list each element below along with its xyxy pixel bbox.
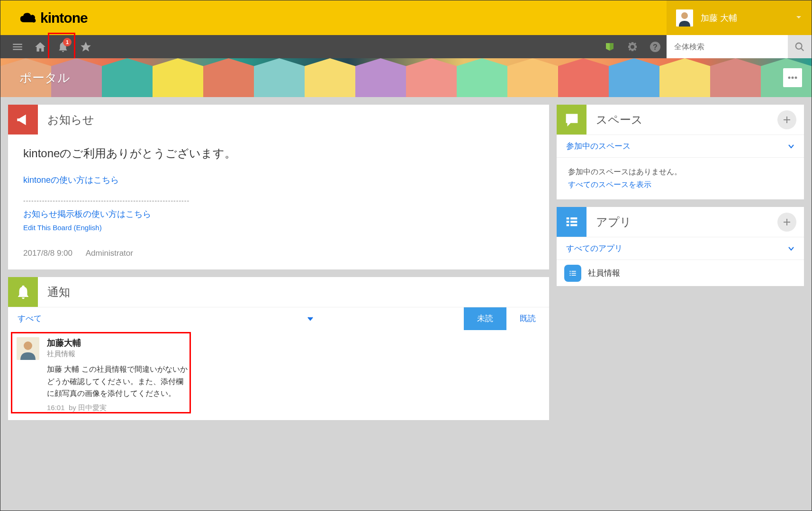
svg-rect-22: [572, 275, 576, 276]
user-avatar: [676, 9, 693, 27]
page-title: ポータル: [19, 70, 70, 86]
announce-author: Administrator: [86, 249, 133, 258]
header: kintone 加藤 大輔: [0, 0, 812, 35]
add-app-button[interactable]: [777, 213, 796, 232]
svg-rect-13: [566, 221, 569, 223]
help-icon[interactable]: ?: [644, 35, 667, 58]
search-box: [667, 35, 812, 58]
svg-rect-16: [570, 224, 577, 226]
notifications-title: 通知: [47, 285, 549, 300]
logo[interactable]: kintone: [19, 10, 88, 26]
svg-line-5: [801, 48, 804, 51]
chevron-down-icon: [788, 245, 794, 252]
svg-rect-12: [570, 217, 577, 219]
highlight-box-notification: [11, 332, 191, 413]
chevron-down-icon: [788, 143, 794, 150]
svg-rect-20: [572, 273, 576, 274]
app-item-icon: [564, 265, 581, 282]
svg-point-8: [795, 77, 797, 79]
notifications-widget: 通知 すべて 未読 既読 加藤大輔 社員情報 加藤 大輔 この社員情報で間違いが…: [8, 277, 549, 420]
svg-text:?: ?: [653, 43, 658, 51]
svg-rect-11: [566, 217, 569, 219]
list-icon: [557, 207, 586, 237]
content: お知らせ kintoneのご利用ありがとうございます。 kintoneの使い方は…: [0, 97, 812, 428]
megaphone-icon: [8, 105, 38, 134]
menu-icon[interactable]: [6, 35, 29, 58]
svg-point-4: [796, 43, 802, 49]
guide-icon[interactable]: [598, 35, 621, 58]
chevron-down-icon: [307, 315, 314, 322]
announce-link-english[interactable]: Edit This Board (English): [23, 224, 534, 232]
announce-headline: kintoneのご利用ありがとうございます。: [23, 146, 534, 161]
announcements-title: お知らせ: [47, 112, 549, 127]
apps-widget: アプリ すべてのアプリ 社員情報: [557, 207, 804, 286]
svg-rect-15: [566, 224, 569, 226]
bell-icon: [8, 277, 38, 307]
svg-point-7: [792, 77, 794, 79]
apps-title: アプリ: [596, 215, 777, 230]
space-filter-label: 参加中のスペース: [566, 141, 788, 152]
gear-icon[interactable]: [621, 35, 644, 58]
svg-rect-18: [572, 271, 576, 272]
more-icon: [788, 76, 797, 79]
chevron-down-icon: [795, 14, 802, 22]
svg-point-6: [788, 77, 791, 79]
search-icon: [794, 42, 805, 52]
svg-rect-14: [570, 221, 577, 223]
announcements-widget: お知らせ kintoneのご利用ありがとうございます。 kintoneの使い方は…: [8, 105, 549, 269]
notifications-filter[interactable]: すべて: [8, 313, 464, 324]
apps-filter[interactable]: すべてのアプリ: [557, 237, 804, 260]
user-name: 加藤 大輔: [701, 12, 788, 24]
chat-icon: [557, 105, 586, 134]
svg-rect-17: [569, 271, 571, 272]
app-item[interactable]: 社員情報: [557, 260, 804, 286]
space-filter[interactable]: 参加中のスペース: [557, 134, 804, 157]
announce-meta: 2017/8/8 9:00 Administrator: [23, 249, 534, 258]
search-input[interactable]: [667, 35, 788, 58]
svg-rect-21: [569, 275, 571, 276]
announce-date: 2017/8/8 9:00: [23, 249, 72, 258]
logo-cloud-icon: [19, 11, 36, 25]
divider: ----------------------------------------…: [23, 197, 534, 205]
add-space-button[interactable]: [777, 110, 796, 129]
tab-read[interactable]: 既読: [506, 307, 549, 330]
star-icon[interactable]: [74, 35, 97, 58]
search-button[interactable]: [788, 35, 812, 58]
plus-icon: [783, 218, 791, 226]
announce-link-usage[interactable]: kintoneの使い方はこちら: [23, 174, 534, 186]
apps-filter-label: すべてのアプリ: [566, 243, 788, 254]
space-empty-text: 参加中のスペースはありません。: [568, 167, 793, 177]
portal-banner: ポータル: [0, 58, 812, 97]
plus-icon: [783, 116, 791, 124]
more-button[interactable]: [783, 68, 802, 87]
tab-unread[interactable]: 未読: [464, 307, 506, 330]
announce-link-board[interactable]: お知らせ掲示板の使い方はこちら: [23, 208, 534, 220]
space-widget: スペース 参加中のスペース 参加中のスペースはありません。 すべてのスペースを表…: [557, 105, 804, 199]
toolbar: 1 ?: [0, 35, 812, 58]
logo-text: kintone: [40, 10, 88, 26]
user-menu[interactable]: 加藤 大輔: [667, 0, 812, 35]
app-item-label: 社員情報: [588, 268, 620, 278]
svg-rect-19: [569, 273, 571, 274]
svg-point-1: [681, 12, 688, 19]
space-title: スペース: [596, 112, 777, 127]
notifications-filter-label: すべて: [18, 313, 42, 324]
highlight-box-bell: [48, 33, 75, 60]
space-show-all-link[interactable]: すべてのスペースを表示: [568, 180, 651, 188]
